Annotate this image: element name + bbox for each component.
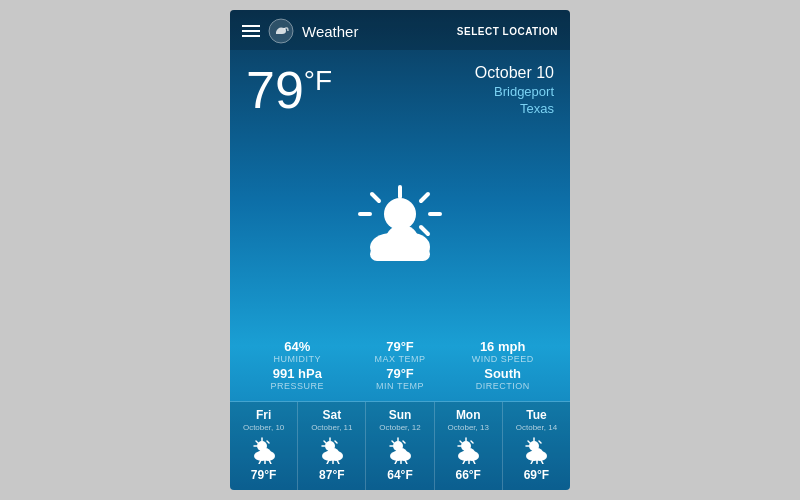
svg-line-60	[528, 441, 530, 443]
svg-point-42	[395, 448, 407, 458]
date-location-section: October 10 Bridgeport Texas	[475, 64, 554, 116]
app-header: Weather SELECT LOCATION	[230, 10, 570, 50]
app-title: Weather	[302, 23, 358, 40]
forecast-tue[interactable]: Tue October, 14 69°F	[503, 402, 570, 490]
stat-wind-speed: 16 mph WIND SPEED	[451, 339, 554, 364]
svg-point-64	[531, 448, 543, 458]
svg-line-27	[324, 441, 326, 443]
stats-grid: 64% HUMIDITY 79°F MAX TEMP 16 mph WIND S…	[230, 333, 570, 401]
stat-humidity: 64% HUMIDITY	[246, 339, 349, 364]
svg-line-6	[421, 227, 428, 234]
svg-line-17	[267, 441, 269, 443]
svg-point-53	[463, 448, 475, 458]
temperature-display: 79°F	[246, 64, 332, 116]
forecast-icon-fri	[248, 436, 280, 464]
svg-line-38	[392, 441, 394, 443]
forecast-icon-sun	[384, 436, 416, 464]
stat-pressure: 991 hPa PRESSURE	[246, 366, 349, 391]
forecast-icon-mon	[452, 436, 484, 464]
forecast-icon-tue	[520, 436, 552, 464]
svg-line-61	[539, 441, 541, 443]
forecast-mon[interactable]: Mon October, 13 66°F	[435, 402, 503, 490]
weather-icon-area	[230, 124, 570, 333]
main-info-section: 79°F October 10 Bridgeport Texas	[230, 50, 570, 124]
forecast-sun[interactable]: Sun October, 12 64°F	[366, 402, 434, 490]
svg-line-5	[372, 194, 379, 201]
header-left: Weather	[242, 18, 358, 44]
forecast-row: Fri October, 10 79°F Sat October, 11	[230, 401, 570, 490]
city-display: Bridgeport	[475, 84, 554, 99]
app-container: Weather SELECT LOCATION 79°F October 10 …	[230, 10, 570, 490]
stat-max-temp: 79°F MAX TEMP	[349, 339, 452, 364]
app-logo-icon	[268, 18, 294, 44]
forecast-icon-sat	[316, 436, 348, 464]
state-display: Texas	[475, 101, 554, 116]
svg-rect-12	[370, 247, 430, 261]
date-display: October 10	[475, 64, 554, 82]
select-location-button[interactable]: SELECT LOCATION	[457, 26, 558, 37]
svg-point-20	[259, 448, 271, 458]
forecast-sat[interactable]: Sat October, 11 87°F	[298, 402, 366, 490]
svg-line-28	[335, 441, 337, 443]
svg-line-39	[403, 441, 405, 443]
forecast-fri[interactable]: Fri October, 10 79°F	[230, 402, 298, 490]
stat-min-temp: 79°F MIN TEMP	[349, 366, 452, 391]
sun-cloud-icon	[340, 179, 460, 279]
menu-icon[interactable]	[242, 25, 260, 37]
svg-line-50	[471, 441, 473, 443]
svg-line-49	[460, 441, 462, 443]
svg-line-16	[256, 441, 258, 443]
svg-point-31	[327, 448, 339, 458]
stat-direction: South DIRECTION	[451, 366, 554, 391]
svg-line-7	[421, 194, 428, 201]
